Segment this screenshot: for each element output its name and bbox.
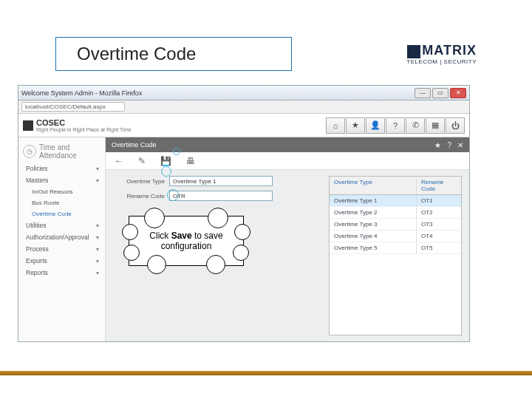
cell-code: OT1 <box>417 195 461 206</box>
cell-code: OT4 <box>417 231 461 242</box>
chevron-down-icon: ▾ <box>96 246 99 253</box>
chevron-down-icon: ▾ <box>96 270 99 276</box>
power-icon[interactable]: ⏻ <box>446 117 465 134</box>
window-close-button[interactable]: ✕ <box>450 88 466 98</box>
table-row[interactable]: Overtime Type 2OT2 <box>330 207 461 219</box>
rename-code-label: Rename Code <box>113 193 165 200</box>
window-maximize-button[interactable]: ▭ <box>432 88 449 98</box>
brand-icon <box>23 120 33 131</box>
window-titlebar: Welcome System Admin - Mozilla Firefox —… <box>18 86 469 100</box>
clock-icon: ◷ <box>23 145 36 158</box>
print-button[interactable]: 🖶 <box>186 156 195 166</box>
list-header-code: Rename Code <box>417 177 461 194</box>
table-row[interactable]: Overtime Type 1OT1 <box>330 195 461 207</box>
sidebar-item-label: In/Out Reasons <box>32 188 73 195</box>
sidebar-item[interactable]: Exports▾ <box>18 255 105 267</box>
sidebar-item[interactable]: In/Out Reasons <box>18 186 105 197</box>
sidebar: ◷ Time and Attendance Policies▾Masters▾I… <box>18 137 106 341</box>
chevron-down-icon: ▾ <box>96 234 99 241</box>
cell-type: Overtime Type 1 <box>330 195 417 206</box>
brand-logo: MATRIX TELECOM | SECURITY <box>406 43 477 65</box>
cell-code: OT2 <box>417 207 461 218</box>
star-icon[interactable]: ★ <box>346 117 365 134</box>
sidebar-item-label: Policies <box>26 165 47 172</box>
page-toolbar: ← ✎ 💾 🖶 <box>106 152 469 170</box>
page-bar: Overtime Code ★ ? ✕ <box>106 137 469 152</box>
cell-type: Overtime Type 2 <box>330 207 417 218</box>
save-button[interactable]: 💾 <box>160 156 171 166</box>
callout-cloud: Click Save to save configuration <box>129 216 244 266</box>
rename-code-input[interactable]: OTR <box>169 191 273 201</box>
logo-sub: TELECOM | SECURITY <box>406 58 477 65</box>
sidebar-item-label: Authorization/Approval <box>26 233 89 241</box>
grid-icon[interactable]: ▦ <box>426 117 445 134</box>
sidebar-item[interactable]: Overtime Code <box>18 208 105 219</box>
cell-type: Overtime Type 3 <box>330 219 417 230</box>
sidebar-item-label: Bus Route <box>32 200 59 206</box>
sidebar-item-label: Utilities <box>26 222 46 229</box>
sidebar-item[interactable]: Policies▾ <box>18 163 105 174</box>
callout-text: Click Save to save configuration <box>134 231 239 252</box>
back-button[interactable]: ← <box>115 156 123 166</box>
page-star-icon[interactable]: ★ <box>434 141 441 149</box>
sidebar-item[interactable]: Utilities▾ <box>18 219 105 231</box>
overtime-list: Overtime Type Rename Code Overtime Type … <box>329 176 462 335</box>
cell-code: OT5 <box>417 242 461 253</box>
brand-name: COSEC <box>36 118 131 127</box>
edit-button[interactable]: ✎ <box>138 156 146 166</box>
page-title: Overtime Code <box>112 141 157 149</box>
sidebar-item[interactable]: Masters▾ <box>18 174 105 186</box>
table-row[interactable]: Overtime Type 3OT3 <box>330 219 461 231</box>
slide-title-box: Overtime Code <box>55 37 292 71</box>
slide-title: Overtime Code <box>77 44 196 64</box>
cell-type: Overtime Type 4 <box>330 231 417 242</box>
table-row[interactable]: Overtime Type 5OT5 <box>330 242 461 254</box>
sidebar-item-label: Masters <box>26 177 48 184</box>
list-header-type: Overtime Type <box>330 177 417 194</box>
sidebar-section-header: ◷ Time and Attendance <box>18 140 105 163</box>
chevron-down-icon: ▾ <box>96 177 99 184</box>
sidebar-item-label: Overtime Code <box>32 211 72 217</box>
sidebar-item-label: Exports <box>26 257 47 265</box>
home-icon[interactable]: ⌂ <box>326 117 345 134</box>
chevron-down-icon: ▾ <box>96 222 99 229</box>
url-field[interactable]: localhost/COSEC/Default.aspx <box>21 102 125 112</box>
cell-type: Overtime Type 5 <box>330 242 417 253</box>
user-icon[interactable]: 👤 <box>366 117 385 134</box>
sidebar-item[interactable]: Process▾ <box>18 243 105 255</box>
table-row[interactable]: Overtime Type 4OT4 <box>330 231 461 242</box>
page-close-icon[interactable]: ✕ <box>457 141 463 149</box>
overtime-type-label: Overtime Type <box>113 178 165 185</box>
slide-footer-bar <box>0 371 532 375</box>
app-top-bar: COSEC Right People in Right Place at Rig… <box>18 114 469 137</box>
window-minimize-button[interactable]: — <box>415 88 431 98</box>
chevron-down-icon: ▾ <box>96 166 99 172</box>
help-icon[interactable]: ? <box>386 117 405 134</box>
sidebar-item-label: Reports <box>26 269 48 276</box>
window-title: Welcome System Admin - Mozilla Firefox <box>21 89 142 97</box>
logo-main: MATRIX <box>422 43 477 58</box>
phone-icon[interactable]: ✆ <box>406 117 425 134</box>
sidebar-item[interactable]: Authorization/Approval▾ <box>18 231 105 243</box>
browser-window: Welcome System Admin - Mozilla Firefox —… <box>18 85 470 342</box>
sidebar-item-label: Process <box>26 245 49 253</box>
sidebar-section-title: Time and <box>39 143 77 151</box>
cell-code: OT3 <box>417 219 461 230</box>
page-help-icon[interactable]: ? <box>447 141 451 149</box>
brand-tagline: Right People in Right Place at Right Tim… <box>36 127 131 132</box>
sidebar-item[interactable]: Bus Route <box>18 197 105 208</box>
overtime-type-select[interactable]: Overtime Type 1 <box>169 176 273 186</box>
sidebar-section-sub: Attendance <box>39 151 77 160</box>
url-bar: localhost/COSEC/Default.aspx <box>18 100 469 114</box>
chevron-down-icon: ▾ <box>96 258 99 265</box>
sidebar-item[interactable]: Reports▾ <box>18 267 105 279</box>
